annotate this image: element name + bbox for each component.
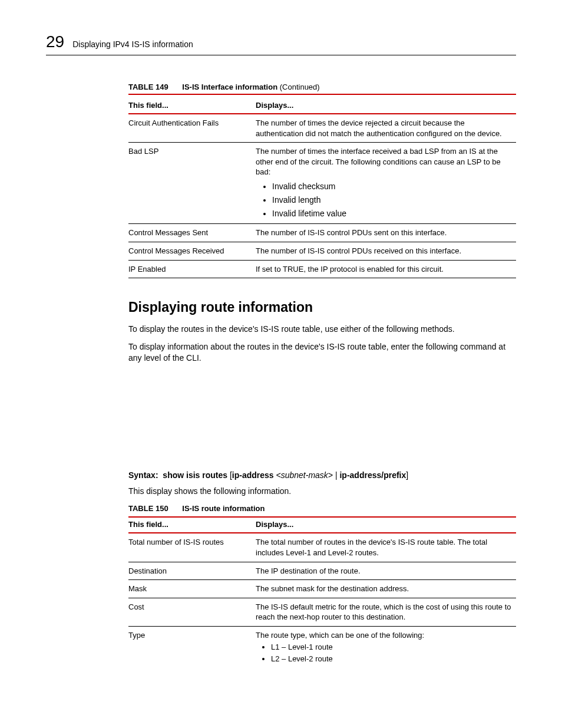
syntax-rbracket: ]: [406, 470, 408, 480]
field-cell: Circuit Authentication Fails: [128, 114, 256, 143]
field-cell: Cost: [128, 598, 256, 626]
table-title-text: IS-IS Interface information: [182, 83, 277, 91]
syntax-cmd: show isis routes: [160, 470, 227, 480]
display-cell: The IP destination of the route.: [256, 562, 516, 580]
body-paragraph: This display shows the following informa…: [128, 486, 516, 498]
bullet-list: Invalid checksum Invalid length Invalid …: [256, 180, 513, 220]
table-title: IS-IS Interface information (Continued): [182, 83, 319, 91]
table-row: Destination The IP destination of the ro…: [128, 562, 516, 580]
table-label: TABLE 149: [128, 83, 168, 91]
table-row: Type The route type, which can be one of…: [128, 626, 516, 668]
display-intro: The route type, which can be one of the …: [256, 631, 424, 640]
display-cell: The number of times the interface receiv…: [256, 143, 516, 224]
bullet-item: Invalid lifetime value: [272, 207, 513, 220]
display-cell: The total number of routes in the device…: [256, 533, 516, 562]
chapter-number: 29: [46, 32, 64, 51]
body-paragraph: To display the routes in the device's IS…: [128, 324, 516, 335]
table-row: Mask The subnet mask for the destination…: [128, 580, 516, 598]
table-row: Cost The IS-IS default metric for the ro…: [128, 598, 516, 626]
field-cell: Type: [128, 626, 256, 668]
table-149-col1: This field...: [128, 98, 256, 114]
table-row: Bad LSP The number of times the interfac…: [128, 143, 516, 224]
table-row: Control Messages Sent The number of IS-I…: [128, 224, 516, 242]
display-cell: The subnet mask for the destination addr…: [256, 580, 516, 598]
table-row: Circuit Authentication Fails The number …: [128, 114, 516, 143]
field-cell: Destination: [128, 562, 256, 580]
bullet-item: Invalid length: [272, 193, 513, 207]
table-row: Control Messages Received The number of …: [128, 242, 516, 260]
bullet-item: L2 – Level-2 route: [271, 653, 513, 665]
table-150-col1: This field...: [128, 517, 256, 533]
table-row: Total number of IS-IS routes The total n…: [128, 533, 516, 562]
syntax-arg-ital: <subnet-mask>: [276, 470, 333, 480]
syntax-line: Syntax: show isis routes [ip-address <su…: [128, 470, 516, 480]
table-149-caption: TABLE 149 IS-IS Interface information (C…: [128, 83, 516, 95]
body-paragraph: To display information about the routes …: [128, 341, 516, 364]
display-intro: The number of times the interface receiv…: [256, 147, 501, 176]
table-150-wrap: TABLE 150 IS-IS route information This f…: [128, 504, 516, 668]
running-title: Displaying IPv4 IS-IS information: [72, 39, 193, 49]
syntax-pipe: |: [333, 470, 339, 480]
field-cell: Total number of IS-IS routes: [128, 533, 256, 562]
syntax-arg: ip-address: [232, 470, 274, 480]
display-cell: The number of IS-IS control PDUs receive…: [256, 242, 516, 260]
field-cell: Control Messages Sent: [128, 224, 256, 242]
table-150-caption: TABLE 150 IS-IS route information: [128, 504, 516, 515]
field-cell: IP Enabled: [128, 260, 256, 278]
table-150: This field... Displays... Total number o…: [128, 516, 516, 668]
display-cell: If set to TRUE, the IP protocol is enabl…: [256, 260, 516, 278]
header-rule: [46, 55, 516, 55]
display-cell: The IS-IS default metric for the route, …: [256, 598, 516, 626]
running-header: 29 Displaying IPv4 IS-IS information: [46, 32, 516, 51]
field-cell: Mask: [128, 580, 256, 598]
table-label: TABLE 150: [128, 504, 168, 513]
syntax-arg: ip-address/prefix: [339, 470, 406, 480]
display-cell: The number of IS-IS control PDUs sent on…: [256, 224, 516, 242]
bullet-item: Invalid checksum: [272, 180, 513, 193]
field-cell: Bad LSP: [128, 143, 256, 224]
table-row: IP Enabled If set to TRUE, the IP protoc…: [128, 260, 516, 278]
bullet-item: L1 – Level-1 route: [271, 641, 513, 653]
table-continued: (Continued): [280, 83, 320, 91]
table-149-col2: Displays...: [256, 98, 516, 114]
blank-gap: [128, 370, 516, 465]
table-title: IS-IS route information: [182, 504, 265, 513]
table-150-col2: Displays...: [256, 517, 516, 533]
content-area: TABLE 149 IS-IS Interface information (C…: [128, 83, 516, 668]
field-cell: Control Messages Received: [128, 242, 256, 260]
table-149: This field... Displays... Circuit Authen…: [128, 98, 516, 278]
display-cell: The route type, which can be one of the …: [256, 626, 516, 668]
page: 29 Displaying IPv4 IS-IS information TAB…: [0, 0, 562, 703]
bullet-list: L1 – Level-1 route L2 – Level-2 route: [256, 641, 513, 664]
syntax-prefix: Syntax:: [128, 470, 158, 480]
display-cell: The number of times the device rejected …: [256, 114, 516, 143]
section-heading: Displaying route information: [128, 299, 516, 315]
